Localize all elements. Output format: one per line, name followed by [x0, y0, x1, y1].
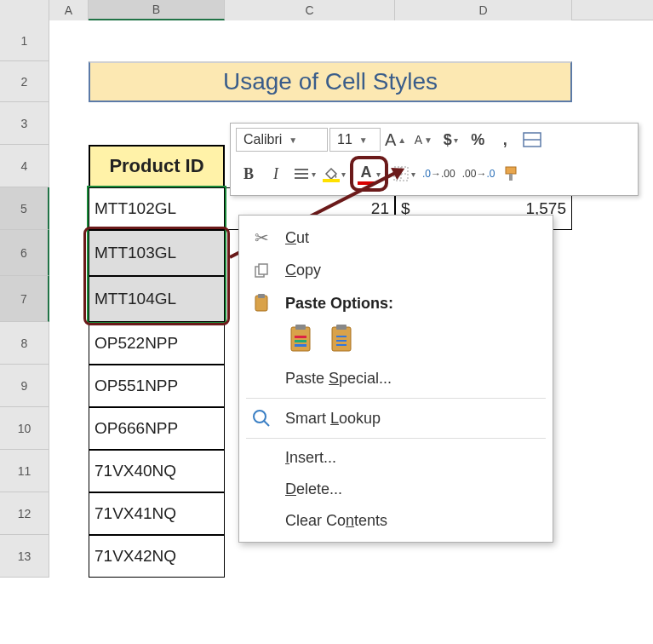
svg-rect-19	[332, 327, 351, 351]
decrease-decimal-button[interactable]: .00→.0	[460, 161, 498, 187]
row-header-5[interactable]: 5	[0, 187, 49, 230]
cell-b13[interactable]: 71VX42NQ	[89, 535, 225, 578]
svg-rect-16	[295, 336, 306, 338]
borders-button[interactable]: ▾	[390, 161, 418, 187]
row-header-1[interactable]: 1	[0, 20, 49, 61]
percent-format-button[interactable]: %	[465, 127, 490, 152]
row-header-13[interactable]: 13	[0, 535, 49, 578]
chevron-up-icon: ▲	[398, 135, 406, 145]
smart-lookup-label: Smart Lookup	[285, 410, 381, 428]
search-icon	[249, 409, 273, 428]
chevron-down-icon: ▼	[289, 135, 297, 145]
context-menu: ✂ Cut Copy Paste Options: Paste Speci	[238, 215, 553, 543]
clear-contents-label: Clear Contents	[285, 512, 387, 530]
merge-icon	[523, 132, 541, 147]
chevron-down-icon: ▼	[359, 135, 368, 145]
context-copy[interactable]: Copy	[239, 255, 553, 286]
svg-rect-14	[291, 327, 310, 351]
cell-b6[interactable]: MTT103GL	[89, 230, 225, 276]
chevron-down-icon: ▼	[424, 135, 432, 145]
row-header-3[interactable]: 3	[0, 102, 49, 145]
context-paste-special[interactable]: Paste Special...	[239, 363, 553, 394]
header-product-id[interactable]: Product ID	[89, 145, 225, 187]
font-name-combo[interactable]: Calibri ▼	[236, 128, 328, 152]
font-name-value: Calibri	[243, 132, 282, 147]
fill-color-button[interactable]: ▾	[320, 161, 348, 187]
menu-separator	[246, 398, 546, 399]
context-insert[interactable]: Insert...	[239, 442, 553, 474]
row-header-9[interactable]: 9	[0, 365, 49, 407]
svg-rect-15	[295, 325, 306, 330]
delete-label: Delete...	[285, 480, 342, 498]
context-delete[interactable]: Delete...	[239, 474, 553, 505]
font-color-swatch	[358, 181, 375, 185]
title-cell[interactable]: Usage of Cell Styles	[89, 61, 572, 102]
column-headers: A B C D	[0, 0, 653, 20]
svg-rect-11	[259, 264, 267, 274]
bucket-icon	[323, 165, 340, 179]
paste-values-button[interactable]	[326, 320, 358, 358]
row-headers: 1 2 3 4 5 6 7 8 9 10 11 12 13	[0, 20, 49, 578]
row-header-8[interactable]: 8	[0, 322, 49, 365]
borders-icon	[392, 165, 410, 182]
row-header-2[interactable]: 2	[0, 61, 49, 102]
row-header-4[interactable]: 4	[0, 145, 49, 187]
menu-separator	[246, 438, 546, 439]
align-button[interactable]: ▾	[290, 161, 318, 187]
cell-b12[interactable]: 71VX41NQ	[89, 492, 225, 535]
font-color-button[interactable]: A ▾	[355, 161, 383, 187]
align-icon	[293, 167, 310, 181]
grow-font-button[interactable]: A▲	[382, 127, 409, 152]
select-all-corner[interactable]	[0, 0, 49, 20]
col-header-d[interactable]: D	[395, 0, 572, 20]
row-header-11[interactable]: 11	[0, 450, 49, 492]
font-size-combo[interactable]: 11 ▼	[329, 128, 381, 152]
italic-button[interactable]: I	[263, 161, 289, 187]
worksheet[interactable]: A B C D 1 2 3 4 5 6 7 8 9 10 11 12 13 Us…	[0, 0, 653, 644]
svg-rect-8	[506, 167, 516, 174]
context-copy-label: Copy	[285, 262, 321, 279]
increase-decimal-button[interactable]: .0→.00	[420, 161, 458, 187]
col-header-c[interactable]: C	[225, 0, 395, 20]
row-header-12[interactable]: 12	[0, 492, 49, 535]
cell-b11[interactable]: 71VX40NQ	[89, 450, 225, 492]
copy-icon	[249, 262, 273, 279]
svg-rect-18	[295, 344, 306, 347]
svg-line-25	[264, 421, 269, 426]
svg-rect-9	[509, 174, 513, 181]
cell-b10[interactable]: OP666NPP	[89, 407, 225, 450]
row-header-10[interactable]: 10	[0, 407, 49, 450]
font-size-value: 11	[337, 132, 352, 147]
merge-center-button[interactable]	[519, 127, 545, 152]
paste-options-label: Paste Options:	[285, 295, 393, 313]
insert-label: Insert...	[285, 449, 336, 467]
clipboard-values-icon	[329, 324, 355, 354]
accounting-format-button[interactable]: $▾	[438, 127, 463, 152]
context-smart-lookup[interactable]: Smart Lookup	[239, 402, 553, 434]
cell-b7[interactable]: MTT104GL	[89, 276, 225, 322]
paintbrush-icon	[502, 165, 521, 182]
cell-b9[interactable]: OP551NPP	[89, 365, 225, 407]
cell-b5[interactable]: MTT102GL	[89, 187, 225, 230]
paste-special-label: Paste Special...	[285, 370, 392, 388]
bold-button[interactable]: B	[236, 161, 261, 187]
comma-format-button[interactable]: ,	[492, 127, 518, 152]
context-clear-contents[interactable]: Clear Contents	[239, 505, 553, 537]
context-cut-label: Cut	[285, 229, 309, 247]
svg-rect-20	[336, 325, 347, 330]
clipboard-paste-icon	[289, 324, 314, 354]
row-header-6[interactable]: 6	[0, 230, 49, 276]
format-painter-button[interactable]	[499, 161, 524, 187]
fill-color-swatch	[323, 179, 340, 182]
svg-rect-17	[295, 340, 306, 342]
context-cut[interactable]: ✂ Cut	[239, 221, 553, 255]
svg-point-24	[254, 411, 266, 423]
shrink-font-button[interactable]: A▼	[410, 127, 436, 152]
clipboard-icon	[249, 293, 273, 313]
mini-toolbar: Calibri ▼ 11 ▼ A▲ A▼ $▾ % , B I	[230, 123, 639, 196]
cell-b8[interactable]: OP522NPP	[89, 322, 225, 365]
col-header-a[interactable]: A	[49, 0, 89, 20]
paste-default-button[interactable]	[285, 320, 318, 358]
col-header-b[interactable]: B	[89, 0, 225, 20]
row-header-7[interactable]: 7	[0, 276, 49, 322]
